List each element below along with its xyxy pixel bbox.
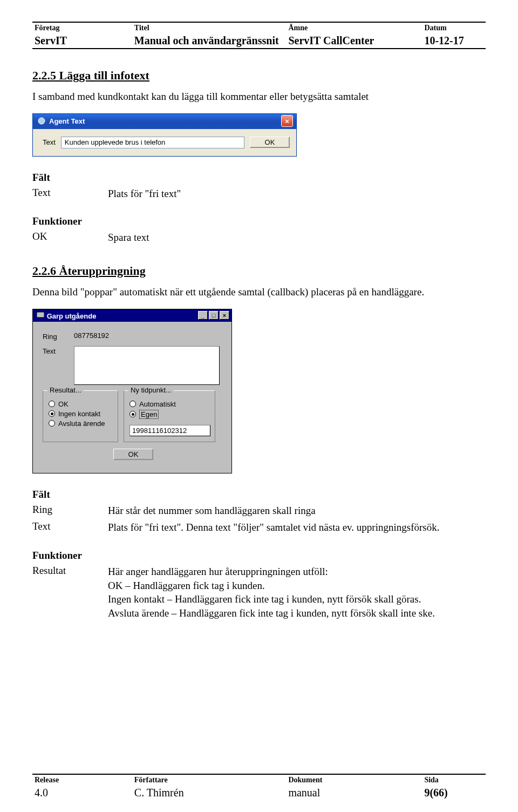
radio-ingen-label: Ingen kontakt [58, 410, 100, 418]
agent-text-titlebar[interactable]: Agent Text × [33, 114, 296, 129]
timestamp-input[interactable] [130, 425, 210, 436]
resultat-line-3: Avsluta ärende – Handläggaren fick inte … [108, 606, 486, 620]
radio-icon [49, 410, 55, 417]
hdr-company-label: Företag [32, 22, 132, 33]
radio-avsluta-label: Avsluta ärende [58, 419, 105, 428]
svg-point-0 [38, 118, 45, 124]
hdr-title-value: Manual och användargränssnit [132, 33, 287, 49]
hdr-title-label: Titel [132, 22, 287, 33]
resultat-key: Resultat [32, 565, 108, 620]
resultat-groupbox: OK Ingen kontakt Avsluta ärende [43, 390, 118, 442]
radio-ok-label: OK [58, 400, 69, 408]
resultat-val: Här anger handläggaren hur återuppringni… [108, 565, 486, 620]
resultat-row: Resultat Här anger handläggaren hur åter… [32, 565, 486, 620]
section-226-intro: Denna bild "poppar" automatiskt när ett … [32, 286, 486, 299]
hdr-date-label: Datum [422, 22, 486, 33]
garp-title: Garp utgående [47, 312, 97, 320]
close-icon[interactable]: × [281, 115, 293, 127]
hdr-date-value: 10-12-17 [422, 33, 486, 49]
field-val-text: Plats för "fri text" [108, 187, 486, 201]
funk-key-ok: OK [32, 231, 108, 245]
ring-label: Ring [43, 331, 74, 341]
ftr-release-label: Release [32, 774, 132, 786]
radio-avsluta[interactable]: Avsluta ärende [49, 419, 112, 428]
garp-app-icon [36, 310, 45, 319]
field-val-ring: Här står det nummer som handläggaren ska… [108, 504, 486, 518]
ftr-release-value: 4.0 [32, 786, 132, 800]
radio-egen[interactable]: Egen [130, 410, 209, 419]
page-header: Företag Titel Ämne Datum ServIT Manual o… [32, 22, 486, 49]
resultat-line-1: OK – Handläggaren fick tag i kunden. [108, 579, 486, 593]
funk-row-ok: OK Spara text [32, 231, 486, 245]
radio-icon [49, 420, 55, 427]
field-val-text2: Plats för "fri text". Denna text "följer… [108, 520, 486, 534]
garp-text-label: Text [43, 346, 74, 355]
agent-text-input[interactable] [61, 137, 244, 148]
hdr-subject-value: ServIT CallCenter [286, 33, 422, 49]
ftr-page-label: Sida [422, 774, 486, 786]
field-key-ring: Ring [32, 504, 108, 518]
field-key-text2: Text [32, 520, 108, 534]
garp-dialog: Garp utgående _ □ × Ring 087758192 Text … [32, 309, 232, 473]
section-226-heading: 2.2.6 Återuppringning [32, 264, 486, 278]
field-key-text: Text [32, 187, 108, 201]
ftr-author-value: C. Thimrén [132, 786, 287, 800]
radio-auto-label: Automatiskt [139, 400, 176, 408]
ftr-document-value: manual [286, 786, 422, 800]
ring-value: 087758192 [74, 331, 109, 340]
radio-icon [130, 411, 136, 417]
close-icon[interactable]: × [220, 311, 229, 320]
page-footer: Release Författare Dokument Sida 4.0 C. … [32, 774, 486, 800]
svg-rect-1 [37, 312, 44, 317]
ftr-document-label: Dokument [286, 774, 422, 786]
agent-text-field-label: Text [43, 138, 56, 146]
field-row-text2: Text Plats för "fri text". Denna text "f… [32, 520, 486, 534]
garp-textarea[interactable] [74, 346, 220, 385]
ok-button[interactable]: OK [113, 449, 153, 460]
hdr-company-value: ServIT [32, 33, 132, 49]
radio-icon [49, 401, 55, 407]
section-225-heading: 2.2.5 Lägga till infotext [32, 69, 486, 83]
funktioner-heading-1: Funktioner [32, 215, 486, 227]
falt-heading-1: Fält [32, 172, 486, 184]
funktioner-heading-2: Funktioner [32, 550, 486, 561]
maximize-icon[interactable]: □ [209, 311, 219, 320]
ok-button[interactable]: OK [250, 137, 290, 148]
ftr-page-value: 9(66) [422, 786, 486, 800]
radio-ok[interactable]: OK [49, 400, 112, 408]
radio-automatiskt[interactable]: Automatiskt [130, 400, 209, 408]
falt-heading-2: Fält [32, 489, 486, 500]
section-225-intro: I samband med kundkontakt kan du lägga t… [32, 90, 486, 104]
agent-text-dialog: Agent Text × Text OK [32, 113, 297, 157]
radio-icon [130, 401, 136, 407]
garp-titlebar[interactable]: Garp utgående _ □ × [33, 309, 231, 322]
nytidpunkt-groupbox: Automatiskt Egen [124, 390, 215, 442]
document-page: Företag Titel Ämne Datum ServIT Manual o… [0, 0, 518, 812]
radio-ingen-kontakt[interactable]: Ingen kontakt [49, 410, 112, 418]
agent-text-app-icon [37, 117, 46, 125]
ftr-author-label: Författare [132, 774, 287, 786]
funk-val-ok: Spara text [108, 231, 486, 245]
minimize-icon[interactable]: _ [198, 311, 208, 320]
field-row-ring: Ring Här står det nummer som handläggare… [32, 504, 486, 518]
agent-text-title: Agent Text [49, 117, 85, 125]
hdr-subject-label: Ämne [286, 22, 422, 33]
field-row-text: Text Plats för "fri text" [32, 187, 486, 201]
radio-egen-label: Egen [139, 410, 159, 419]
resultat-line-2: Ingen kontakt – Handläggaren fick inte t… [108, 592, 486, 606]
resultat-line-0: Här anger handläggaren hur återuppringni… [108, 565, 486, 579]
